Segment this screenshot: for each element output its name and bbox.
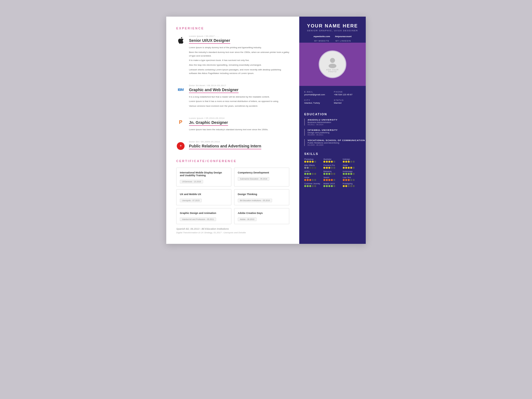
skill-dot	[343, 179, 345, 181]
skill-dot	[307, 173, 309, 175]
skill-dot	[326, 185, 328, 187]
skill-item: Sketch	[323, 177, 341, 181]
skill-name: Photoshop	[304, 158, 322, 160]
phone-value: +90 534 123 45 67	[334, 93, 361, 96]
exp-desc-line: Lorem Ipsum has been the industry's stan…	[189, 128, 268, 132]
skill-dot	[345, 167, 347, 169]
exp-logo: ✈	[176, 142, 185, 150]
resume-name: YOUR NAME HERE	[304, 23, 361, 29]
exp-title: Graphic and Web Designer	[189, 88, 239, 93]
skill-dot	[309, 185, 311, 187]
skill-name: Balsamiq	[323, 170, 341, 172]
resume-title: SENIOR GRAPHIC, UI/UX DESGINER	[304, 29, 361, 32]
education-item: VOCATIONAL SCHOOL OF COMMUNICATION Publi…	[304, 139, 366, 146]
linkedin-label: MY LINKEDIN	[336, 40, 351, 42]
website-link[interactable]: mywebsite.com MY WEBSITE	[313, 35, 330, 43]
skill-dot	[331, 173, 333, 175]
skill-name: UXPin	[304, 170, 322, 172]
skill-dot	[307, 179, 309, 181]
skill-dot	[304, 185, 306, 187]
skill-dot	[333, 161, 335, 163]
phone-item: PHONE +90 534 123 45 67	[334, 91, 361, 96]
experience-list: Lorem Ipsum / 03.2017 - ... Senior UI/UX…	[176, 35, 289, 152]
city-label: CITY	[304, 99, 331, 101]
exp-meta: Lorem Ipsum / 03.2017 - ...	[189, 35, 289, 37]
ibm-logo-icon: IBM	[178, 88, 184, 92]
skill-dots	[304, 167, 322, 169]
skill-name: Mobile UI/UX	[323, 183, 341, 185]
experience-title: EXPERIENCE	[176, 27, 289, 30]
exp-content: Dolor Sit Amet / 09.2014-03.2017 Graphic…	[189, 84, 279, 109]
skill-name: Hotjar	[304, 177, 322, 178]
skill-dot	[353, 185, 355, 187]
skill-item: Premiere Pro	[323, 164, 341, 169]
skill-dot	[326, 161, 328, 163]
ta-text: ✈	[180, 145, 182, 147]
skill-dots	[323, 161, 341, 163]
cert-card: Adobe Creative Days Adobe - 06.2013	[234, 208, 289, 224]
edu-degree: Business Administration	[308, 121, 366, 124]
cert-name: Adobe Creative Days	[238, 212, 286, 214]
exp-desc-line: Letraset sheets containing Lorem Ipsum p…	[189, 68, 289, 75]
edu-years: 09.2009 - 06.2011	[308, 134, 366, 136]
cert-badge: Adobe - 06.2013	[238, 218, 257, 221]
skill-dot	[307, 161, 309, 163]
cert-name: Competency Development	[238, 171, 286, 174]
skill-dot	[314, 185, 316, 187]
skills-section: SKILLS Photoshop Illustrator Indesign Af…	[299, 149, 366, 190]
skill-dot	[326, 167, 328, 169]
skill-item: Indesign	[343, 158, 361, 163]
skill-item: Mobile UI/UX	[323, 183, 341, 187]
skill-dot	[333, 179, 335, 181]
skill-dots	[304, 179, 322, 181]
skill-dot	[350, 185, 352, 187]
skill-dot	[345, 179, 347, 181]
skill-dots	[343, 185, 361, 187]
skill-item: Prototyping	[343, 183, 361, 187]
skill-name: Zeplin	[343, 164, 361, 166]
skill-item: Zeplin	[343, 164, 361, 169]
email-label: E-MAIL	[304, 91, 331, 93]
skill-dot	[314, 167, 316, 169]
skill-dot	[304, 161, 306, 163]
city-value: Istanbul, Turkey	[304, 102, 331, 104]
skill-dot	[312, 185, 314, 187]
digital-line: Digital Transformation & UX Strategy, 01…	[176, 231, 289, 234]
skill-dot	[343, 167, 345, 169]
skill-dot	[323, 179, 325, 181]
p-logo-icon: P	[179, 119, 182, 125]
linkedin-link[interactable]: /in/youraccount MY LINKEDIN	[335, 35, 352, 43]
skill-dots	[343, 179, 361, 181]
skill-dot	[333, 173, 335, 175]
skill-item: Balsamiq	[323, 170, 341, 175]
exp-desc-line: It is a long established fact that a rea…	[189, 95, 279, 99]
cert-name: UX and Mobile UX	[180, 193, 228, 196]
cert-badge: Userspots - 07.2015	[180, 199, 202, 202]
skill-dot	[312, 167, 314, 169]
skill-dot	[331, 185, 333, 187]
education-item: ISTANBUL UNIVERSITY Design and publishin…	[304, 129, 366, 136]
skill-dot	[326, 173, 328, 175]
skill-dot	[328, 185, 330, 187]
skill-dots	[343, 173, 361, 175]
skill-dot	[326, 179, 328, 181]
skill-dot	[304, 167, 306, 169]
skill-dot	[331, 167, 333, 169]
skill-dots	[323, 185, 341, 187]
skill-dot	[323, 173, 325, 175]
experience-item: P Lorem Ipsum / 05.2010-09.2014 Jn. Grap…	[176, 117, 289, 133]
exp-desc-line: Also the leap into electronic typesettin…	[189, 63, 289, 67]
skills-title: SKILLS	[304, 152, 361, 155]
skill-dot	[328, 179, 330, 181]
skill-dots	[323, 167, 341, 169]
skill-dot	[331, 179, 333, 181]
cert-section: CERTIFICATE/CONFERENCE International Mob…	[176, 159, 289, 234]
skill-dot	[309, 167, 311, 169]
skill-dot	[345, 185, 347, 187]
svg-point-1	[329, 64, 336, 68]
cert-card: Competency Development Submarine Educati…	[234, 168, 289, 186]
exp-title: Jn. Graphic Designer	[189, 120, 228, 126]
exp-title: Public Relations and Advertising Intern	[189, 144, 261, 149]
skill-dots	[304, 161, 322, 163]
skill-dot	[309, 179, 311, 181]
